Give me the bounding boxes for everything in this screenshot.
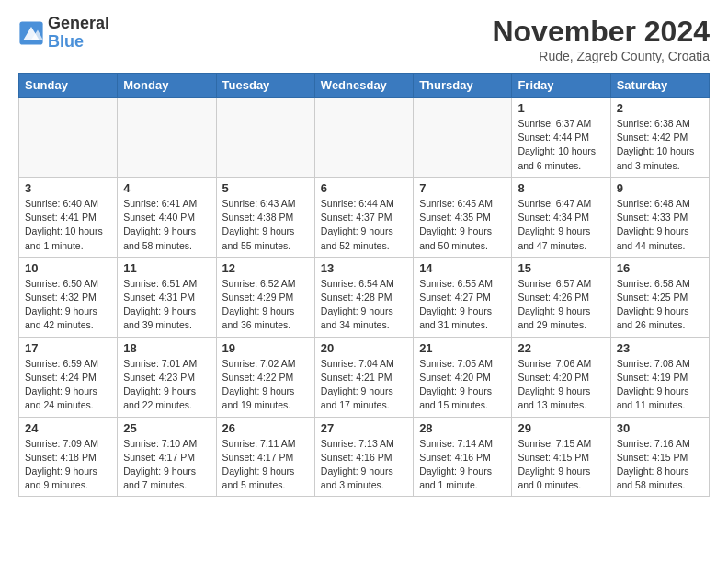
day-number: 10: [25, 261, 111, 275]
day-info: Sunrise: 7:13 AMSunset: 4:16 PMDaylight:…: [321, 437, 407, 493]
day-info: Sunrise: 7:08 AMSunset: 4:19 PMDaylight:…: [617, 357, 703, 413]
day-cell: 22Sunrise: 7:06 AMSunset: 4:20 PMDayligh…: [512, 337, 610, 417]
day-number: 16: [617, 261, 703, 275]
day-info: Sunrise: 6:52 AMSunset: 4:29 PMDaylight:…: [222, 277, 309, 333]
day-info: Sunrise: 7:09 AMSunset: 4:18 PMDaylight:…: [25, 437, 111, 493]
location: Rude, Zagreb County, Croatia: [492, 49, 710, 63]
logo-general-text: General: [48, 15, 109, 33]
calendar-table: Sunday Monday Tuesday Wednesday Thursday…: [18, 73, 710, 497]
logo-icon: [18, 20, 44, 46]
day-cell: 11Sunrise: 6:51 AMSunset: 4:31 PMDayligh…: [118, 257, 216, 337]
day-info: Sunrise: 7:02 AMSunset: 4:22 PMDaylight:…: [222, 357, 309, 413]
day-cell: 6Sunrise: 6:44 AMSunset: 4:37 PMDaylight…: [314, 177, 413, 257]
day-info: Sunrise: 6:51 AMSunset: 4:31 PMDaylight:…: [123, 277, 210, 333]
day-number: 30: [617, 421, 703, 435]
day-info: Sunrise: 7:11 AMSunset: 4:17 PMDaylight:…: [222, 437, 309, 493]
day-number: 26: [222, 421, 309, 435]
day-cell: 29Sunrise: 7:15 AMSunset: 4:15 PMDayligh…: [512, 417, 610, 497]
day-number: 9: [617, 181, 703, 195]
day-info: Sunrise: 6:50 AMSunset: 4:32 PMDaylight:…: [25, 277, 111, 333]
col-tuesday: Tuesday: [216, 74, 314, 98]
day-info: Sunrise: 7:15 AMSunset: 4:15 PMDaylight:…: [518, 437, 604, 493]
day-info: Sunrise: 6:37 AMSunset: 4:44 PMDaylight:…: [518, 117, 604, 173]
day-number: 17: [25, 341, 111, 355]
day-info: Sunrise: 6:55 AMSunset: 4:27 PMDaylight:…: [419, 277, 506, 333]
logo-blue-text: Blue: [48, 33, 109, 52]
day-number: 6: [321, 181, 407, 195]
day-info: Sunrise: 6:57 AMSunset: 4:26 PMDaylight:…: [518, 277, 604, 333]
day-info: Sunrise: 7:05 AMSunset: 4:20 PMDaylight:…: [419, 357, 506, 413]
day-number: 20: [321, 341, 407, 355]
day-info: Sunrise: 6:48 AMSunset: 4:33 PMDaylight:…: [617, 197, 703, 253]
day-number: 28: [419, 421, 506, 435]
day-cell: 9Sunrise: 6:48 AMSunset: 4:33 PMDaylight…: [610, 177, 709, 257]
week-row-4: 24Sunrise: 7:09 AMSunset: 4:18 PMDayligh…: [19, 417, 710, 497]
day-number: 8: [518, 181, 604, 195]
day-info: Sunrise: 6:43 AMSunset: 4:38 PMDaylight:…: [222, 197, 309, 253]
day-info: Sunrise: 6:38 AMSunset: 4:42 PMDaylight:…: [617, 117, 703, 173]
day-info: Sunrise: 6:54 AMSunset: 4:28 PMDaylight:…: [321, 277, 407, 333]
day-info: Sunrise: 6:45 AMSunset: 4:35 PMDaylight:…: [419, 197, 506, 253]
day-number: 13: [321, 261, 407, 275]
col-wednesday: Wednesday: [314, 74, 413, 98]
month-title: November 2024: [492, 15, 710, 49]
day-cell: [314, 98, 413, 178]
day-cell: 25Sunrise: 7:10 AMSunset: 4:17 PMDayligh…: [118, 417, 216, 497]
week-row-2: 10Sunrise: 6:50 AMSunset: 4:32 PMDayligh…: [19, 257, 710, 337]
day-number: 5: [222, 181, 309, 195]
day-cell: 16Sunrise: 6:58 AMSunset: 4:25 PMDayligh…: [610, 257, 709, 337]
page: General Blue November 2024 Rude, Zagreb …: [0, 0, 728, 515]
day-cell: 26Sunrise: 7:11 AMSunset: 4:17 PMDayligh…: [216, 417, 314, 497]
col-thursday: Thursday: [414, 74, 512, 98]
day-cell: 28Sunrise: 7:14 AMSunset: 4:16 PMDayligh…: [414, 417, 512, 497]
week-row-3: 17Sunrise: 6:59 AMSunset: 4:24 PMDayligh…: [19, 337, 710, 417]
day-info: Sunrise: 7:14 AMSunset: 4:16 PMDaylight:…: [419, 437, 506, 493]
day-number: 12: [222, 261, 309, 275]
header-row: Sunday Monday Tuesday Wednesday Thursday…: [19, 74, 710, 98]
day-number: 1: [518, 101, 604, 115]
day-cell: 19Sunrise: 7:02 AMSunset: 4:22 PMDayligh…: [216, 337, 314, 417]
day-info: Sunrise: 6:40 AMSunset: 4:41 PMDaylight:…: [25, 197, 111, 253]
day-info: Sunrise: 6:44 AMSunset: 4:37 PMDaylight:…: [321, 197, 407, 253]
day-number: 27: [321, 421, 407, 435]
day-number: 24: [25, 421, 111, 435]
day-number: 18: [123, 341, 210, 355]
day-cell: 2Sunrise: 6:38 AMSunset: 4:42 PMDaylight…: [610, 98, 709, 178]
day-cell: 5Sunrise: 6:43 AMSunset: 4:38 PMDaylight…: [216, 177, 314, 257]
day-cell: 8Sunrise: 6:47 AMSunset: 4:34 PMDaylight…: [512, 177, 610, 257]
day-info: Sunrise: 6:47 AMSunset: 4:34 PMDaylight:…: [518, 197, 604, 253]
col-monday: Monday: [118, 74, 216, 98]
day-info: Sunrise: 7:04 AMSunset: 4:21 PMDaylight:…: [321, 357, 407, 413]
day-info: Sunrise: 7:10 AMSunset: 4:17 PMDaylight:…: [123, 437, 210, 493]
day-cell: 15Sunrise: 6:57 AMSunset: 4:26 PMDayligh…: [512, 257, 610, 337]
day-cell: 3Sunrise: 6:40 AMSunset: 4:41 PMDaylight…: [19, 177, 118, 257]
day-cell: 13Sunrise: 6:54 AMSunset: 4:28 PMDayligh…: [314, 257, 413, 337]
day-number: 4: [123, 181, 210, 195]
day-cell: [118, 98, 216, 178]
header: General Blue November 2024 Rude, Zagreb …: [18, 15, 710, 63]
day-cell: 17Sunrise: 6:59 AMSunset: 4:24 PMDayligh…: [19, 337, 118, 417]
day-number: 7: [419, 181, 506, 195]
day-number: 14: [419, 261, 506, 275]
col-saturday: Saturday: [610, 74, 709, 98]
day-number: 11: [123, 261, 210, 275]
day-cell: 7Sunrise: 6:45 AMSunset: 4:35 PMDaylight…: [414, 177, 512, 257]
day-info: Sunrise: 7:06 AMSunset: 4:20 PMDaylight:…: [518, 357, 604, 413]
day-cell: [414, 98, 512, 178]
day-number: 15: [518, 261, 604, 275]
day-cell: [19, 98, 118, 178]
day-cell: 1Sunrise: 6:37 AMSunset: 4:44 PMDaylight…: [512, 98, 610, 178]
week-row-1: 3Sunrise: 6:40 AMSunset: 4:41 PMDaylight…: [19, 177, 710, 257]
day-number: 29: [518, 421, 604, 435]
title-block: November 2024 Rude, Zagreb County, Croat…: [492, 15, 710, 63]
day-cell: 14Sunrise: 6:55 AMSunset: 4:27 PMDayligh…: [414, 257, 512, 337]
day-number: 3: [25, 181, 111, 195]
day-info: Sunrise: 7:01 AMSunset: 4:23 PMDaylight:…: [123, 357, 210, 413]
day-cell: 10Sunrise: 6:50 AMSunset: 4:32 PMDayligh…: [19, 257, 118, 337]
day-info: Sunrise: 6:59 AMSunset: 4:24 PMDaylight:…: [25, 357, 111, 413]
day-cell: [216, 98, 314, 178]
day-cell: 30Sunrise: 7:16 AMSunset: 4:15 PMDayligh…: [610, 417, 709, 497]
day-info: Sunrise: 6:58 AMSunset: 4:25 PMDaylight:…: [617, 277, 703, 333]
day-cell: 27Sunrise: 7:13 AMSunset: 4:16 PMDayligh…: [314, 417, 413, 497]
day-info: Sunrise: 7:16 AMSunset: 4:15 PMDaylight:…: [617, 437, 703, 493]
